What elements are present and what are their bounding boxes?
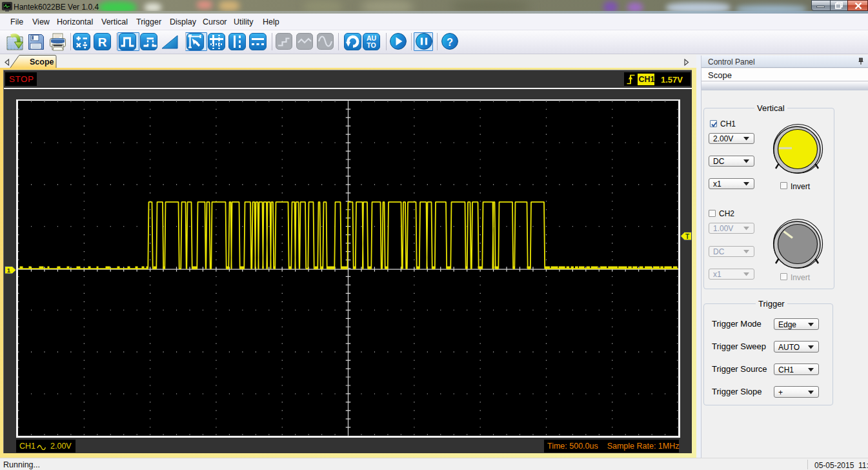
svg-text:R: R (98, 36, 107, 49)
svg-text:1: 1 (6, 266, 10, 273)
svg-text:TO: TO (367, 41, 376, 49)
svg-text:T: T (685, 233, 689, 240)
svg-text:AU: AU (367, 34, 376, 42)
svg-text:?: ? (447, 36, 453, 48)
